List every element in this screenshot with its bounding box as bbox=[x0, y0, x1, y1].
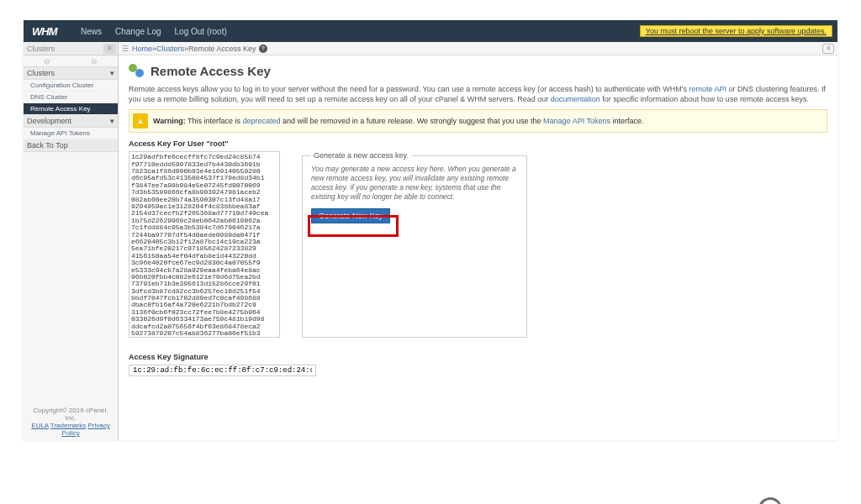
footer-link-trademarks[interactable]: Trademarks bbox=[50, 422, 86, 429]
nav-logout[interactable]: Log Out (root) bbox=[168, 27, 234, 36]
sidebar-search-clear-icon[interactable]: ✕ bbox=[103, 44, 116, 54]
sidebar-group-clusters[interactable]: Clusters ▾ bbox=[24, 67, 118, 80]
sidebar-group-clusters-label: Clusters bbox=[27, 69, 55, 77]
intro-text: Remote access keys allow you to log in t… bbox=[129, 84, 827, 104]
sidebar-item-config-cluster[interactable]: Configuration Cluster bbox=[24, 80, 118, 92]
page-title: Remote Access Key bbox=[151, 64, 271, 78]
sidebar-back-to-top[interactable]: Back To Top bbox=[24, 139, 118, 152]
signature-label: Access Key Signature bbox=[129, 353, 827, 361]
generate-new-key-button[interactable]: Generate New Key bbox=[311, 208, 390, 223]
main-pane: ☰ Home » Clusters » Remote Access Key ? … bbox=[119, 42, 837, 440]
sidebar-item-dns-cluster[interactable]: DNS Cluster bbox=[24, 92, 118, 103]
sidebar-item-manage-api-tokens[interactable]: Manage API Tokens bbox=[24, 128, 118, 139]
access-key-label: Access Key For User "root" bbox=[129, 139, 827, 148]
generate-desc: You may generate a new access key here. … bbox=[311, 165, 518, 202]
link-documentation[interactable]: documentation bbox=[551, 95, 600, 103]
watermark: ORCACORE bbox=[758, 497, 856, 504]
sidebar-collapse-left-icon[interactable]: ⊖ bbox=[24, 55, 71, 66]
sidebar-group-development-label: Development bbox=[27, 117, 71, 125]
help-icon[interactable]: ? bbox=[259, 45, 267, 53]
breadcrumb-home[interactable]: Home bbox=[132, 45, 152, 53]
page-icon bbox=[129, 62, 145, 79]
nav-news[interactable]: News bbox=[74, 27, 108, 36]
sidebar-back-to-top-label: Back To Top bbox=[27, 141, 68, 150]
access-key-textarea[interactable] bbox=[129, 151, 280, 338]
sidebar-footer: Copyright© 2019 cPanel, Inc. EULA Tradem… bbox=[24, 403, 118, 440]
whm-logo: WHM bbox=[24, 25, 74, 38]
generate-legend: Generate a new access key. bbox=[311, 151, 411, 160]
sidebar-collapse-right-icon[interactable]: ⊖ bbox=[71, 55, 118, 66]
sidebar: Clusters ✕ ⊖ ⊖ Clusters ▾ Configuration … bbox=[24, 42, 119, 440]
chevron-down-icon: ▾ bbox=[110, 117, 114, 125]
breadcrumb-current: Remote Access Key bbox=[188, 45, 256, 53]
menu-icon[interactable]: ☰ bbox=[122, 45, 129, 53]
warning-box: ▲ Warning: This interface is deprecated … bbox=[129, 109, 827, 133]
sidebar-item-remote-access-key[interactable]: Remote Access Key bbox=[24, 103, 118, 115]
breadcrumb-clusters[interactable]: Clusters bbox=[156, 45, 184, 53]
footer-link-eula[interactable]: EULA bbox=[31, 422, 48, 429]
nav-changelog[interactable]: Change Log bbox=[108, 27, 168, 36]
sidebar-icon-row: ⊖ ⊖ bbox=[24, 55, 118, 67]
sidebar-search-text: Clusters bbox=[27, 45, 55, 53]
warning-icon: ▲ bbox=[133, 113, 148, 129]
chevron-down-icon: ▾ bbox=[110, 69, 114, 77]
link-manage-api-tokens[interactable]: Manage API Tokens bbox=[543, 117, 610, 125]
signature-input[interactable] bbox=[129, 365, 316, 376]
generate-fieldset: Generate a new access key. You may gener… bbox=[302, 151, 527, 338]
breadcrumb: ☰ Home » Clusters » Remote Access Key ? … bbox=[119, 42, 837, 55]
topbar: WHM News Change Log Log Out (root) You m… bbox=[24, 20, 837, 42]
link-remote-api[interactable]: remote API bbox=[689, 85, 727, 93]
watermark-icon bbox=[755, 494, 785, 504]
link-deprecated[interactable]: deprecated bbox=[243, 117, 281, 125]
warning-label: Warning: bbox=[153, 117, 186, 125]
sidebar-search[interactable]: Clusters ✕ bbox=[24, 42, 118, 55]
close-icon[interactable]: ✕ bbox=[822, 44, 834, 54]
reboot-notice[interactable]: You must reboot the server to apply soft… bbox=[640, 25, 832, 37]
footer-copyright: Copyright© 2019 cPanel, Inc. bbox=[27, 407, 114, 422]
sidebar-group-development[interactable]: Development ▾ bbox=[24, 115, 118, 128]
